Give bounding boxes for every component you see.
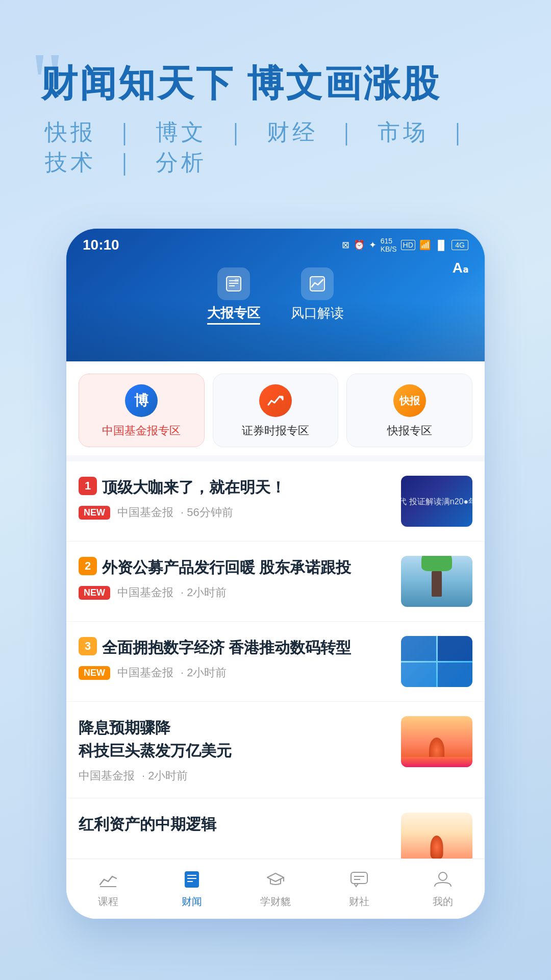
- news-meta-3: NEW 中国基金报 · 2小时前: [79, 665, 391, 680]
- bottom-nav-mine[interactable]: 我的: [417, 867, 468, 909]
- news-main-1: 1 顶级大咖来了，就在明天！ NEW 中国基金报 · 56分钟前: [79, 476, 391, 520]
- subtitle-item-5: 技术: [45, 150, 96, 175]
- nav-label-fengkou: 风口解读: [291, 304, 344, 322]
- news-source-2: 中国基金报: [117, 585, 173, 600]
- subtitle-sep-5: ｜: [113, 150, 138, 175]
- nav-label-dabo: 大报专区: [207, 304, 260, 325]
- news-main-5: 红利资产的中期逻辑: [79, 813, 391, 842]
- cat-label-jijinbao: 中国基金报专区: [102, 423, 181, 438]
- bottom-nav-icon-caishe: [347, 867, 371, 892]
- bottom-nav-label-mine: 我的: [433, 895, 453, 909]
- cat-label-kuaibao: 快报专区: [387, 423, 432, 438]
- nav-item-dabo[interactable]: 大报专区: [207, 267, 260, 325]
- cat-tab-jijinbao[interactable]: 博 中国基金报专区: [79, 374, 205, 447]
- category-tabs: 博 中国基金报专区 证券时报专区 快报 快报专区: [66, 361, 485, 455]
- news-title-row-3: 3 全面拥抱数字经济 香港推动数码转型: [79, 636, 391, 659]
- news-title-row-1: 1 顶级大咖来了，就在明天！: [79, 476, 391, 499]
- phone-header: 10:10 ⊠ ⏰ ✦ 615KB/S HD 📶 ▐▌ 4G Aₐ: [66, 229, 485, 361]
- news-rank-1: 1: [79, 477, 97, 495]
- news-source-1: 中国基金报: [117, 505, 173, 520]
- svg-rect-4: [235, 279, 239, 282]
- subtitle-sep-4: ｜: [446, 119, 471, 144]
- cat-tab-kuaibao[interactable]: 快报 快报专区: [346, 374, 472, 447]
- nav-item-fengkou[interactable]: 风口解读: [291, 267, 344, 325]
- newspaper-icon: [224, 275, 243, 293]
- subtitle-item-6: 分析: [156, 150, 207, 175]
- svg-rect-13: [351, 872, 367, 884]
- bottom-nav-icon-course: [96, 867, 120, 892]
- news-title-2: 外资公募产品发行回暖 股东承诺跟投: [102, 556, 351, 579]
- user-icon: [433, 869, 453, 890]
- news-badge-1: NEW: [79, 506, 110, 520]
- bottom-nav-label-cawen: 财闻: [182, 895, 202, 909]
- news-item-3[interactable]: 3 全面拥抱数字经济 香港推动数码转型 NEW 中国基金报 · 2小时前: [66, 622, 485, 702]
- phone-wrapper: 10:10 ⊠ ⏰ ✦ 615KB/S HD 📶 ▐▌ 4G Aₐ: [0, 229, 551, 919]
- news-title-4: 降息预期骤降科技巨头蒸发万亿美元: [79, 716, 391, 762]
- bottom-nav-icon-xuecaibei: [263, 867, 288, 892]
- news-badge-3: NEW: [79, 666, 110, 680]
- phone-content: 博 中国基金报专区 证券时报专区 快报 快报专区: [66, 361, 485, 919]
- svg-rect-7: [185, 871, 199, 888]
- news-time-4: · 2小时前: [142, 768, 188, 783]
- status-icons: ⊠ ⏰ ✦ 615KB/S HD 📶 ▐▌ 4G: [342, 237, 468, 253]
- news-source-4: 中国基金报: [79, 768, 135, 783]
- bottom-nav-label-course: 课程: [98, 895, 118, 909]
- hero-title: 财闻知天下 博文画涨股: [41, 61, 510, 105]
- chart-icon: [98, 869, 118, 890]
- wifi-icon: 📶: [419, 239, 431, 251]
- cat-icon-jijinbao: 博: [125, 384, 158, 417]
- bottom-nav-cawen[interactable]: 财闻: [166, 867, 217, 909]
- news-item-5[interactable]: 红利资产的中期逻辑: [66, 798, 485, 868]
- news-title-3: 全面拥抱数字经济 香港推动数码转型: [102, 636, 351, 659]
- news-list: 1 顶级大咖来了，就在明天！ NEW 中国基金报 · 56分钟前: [66, 461, 485, 868]
- news-main-3: 3 全面拥抱数字经济 香港推动数码转型 NEW 中国基金报 · 2小时前: [79, 636, 391, 680]
- news-time-1: · 56分钟前: [181, 505, 233, 520]
- news-item-2[interactable]: 2 外资公募产品发行回暖 股东承诺跟投 NEW 中国基金报 · 2小时前: [66, 542, 485, 622]
- subtitle-sep-1: ｜: [113, 119, 138, 144]
- bottom-nav-label-xuecaibei: 学财貔: [260, 895, 291, 909]
- news-thumb-5: [401, 813, 472, 864]
- trending-up-icon: [266, 391, 285, 410]
- news-meta-2: NEW 中国基金报 · 2小时前: [79, 585, 391, 600]
- news-thumb-2: [401, 556, 472, 607]
- bottom-nav-icon-cawen: [180, 867, 204, 892]
- news-item-1[interactable]: 1 顶级大咖来了，就在明天！ NEW 中国基金报 · 56分钟前: [66, 461, 485, 542]
- news-time-3: · 2小时前: [181, 665, 227, 680]
- bottom-nav-icon-mine: [431, 867, 455, 892]
- bottom-nav-course[interactable]: 课程: [83, 867, 134, 909]
- news-main-4: 降息预期骤降科技巨头蒸发万亿美元 中国基金报 · 2小时前: [79, 716, 391, 783]
- subtitle-item-1: 快报: [45, 119, 96, 144]
- hd-icon: HD: [401, 240, 415, 250]
- bottom-nav: 课程 财闻: [66, 859, 485, 919]
- news-badge-2: NEW: [79, 586, 110, 600]
- subtitle-item-2: 博文: [156, 119, 207, 144]
- bottom-nav-xuecaibei[interactable]: 学财貔: [250, 867, 301, 909]
- news-time-2: · 2小时前: [181, 585, 227, 600]
- news-main-2: 2 外资公募产品发行回暖 股东承诺跟投 NEW 中国基金报 · 2小时前: [79, 556, 391, 600]
- subtitle-sep-3: ｜: [335, 119, 360, 144]
- bottom-nav-caishe[interactable]: 财社: [334, 867, 385, 909]
- news-title-5: 红利资产的中期逻辑: [79, 813, 391, 836]
- news-thumb-4: [401, 716, 472, 767]
- cat-tab-zhengjuansbao[interactable]: 证券时报专区: [213, 374, 339, 447]
- nav-icon-dabo: [217, 267, 250, 300]
- hero-subtitle: 快报 ｜ 博文 ｜ 财经 ｜ 市场 ｜ 技术 ｜ 分析: [41, 117, 510, 178]
- news-thumb-3: [401, 636, 472, 687]
- news-item-4[interactable]: 降息预期骤降科技巨头蒸发万亿美元 中国基金报 · 2小时前: [66, 702, 485, 798]
- battery-icon: 4G: [452, 240, 468, 250]
- news-title-1: 顶级大咖来了，就在明天！: [102, 476, 286, 499]
- trend-icon: [308, 275, 327, 293]
- news-source-3: 中国基金报: [117, 665, 173, 680]
- subtitle-sep-2: ｜: [224, 119, 249, 144]
- svg-point-16: [439, 872, 447, 880]
- header-nav: 大报专区 风口解读: [66, 257, 485, 335]
- cat-icon-kuaibao: 快报: [393, 384, 426, 417]
- news-title-row-2: 2 外资公募产品发行回暖 股东承诺跟投: [79, 556, 391, 579]
- comment-icon: [349, 869, 369, 890]
- news-icon: [182, 869, 202, 890]
- speed-icon: 615KB/S: [381, 237, 397, 253]
- bluetooth-icon: ✦: [369, 239, 377, 251]
- news-rank-3: 3: [79, 637, 97, 655]
- news-thumb-1: [401, 476, 472, 527]
- subtitle-item-4: 市场: [378, 119, 429, 144]
